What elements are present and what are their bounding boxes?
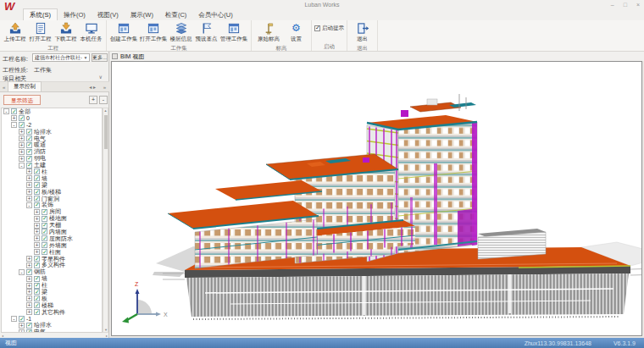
- tree-expander[interactable]: +: [19, 329, 25, 333]
- tree-item[interactable]: +0: [2, 115, 102, 122]
- tree-checkbox[interactable]: [34, 289, 40, 295]
- tree-checkbox[interactable]: [26, 163, 32, 168]
- tree-expander[interactable]: +: [26, 309, 32, 315]
- preset-basepoint-button[interactable]: 预设基点: [194, 22, 219, 43]
- tab-scroll-left-icon[interactable]: «: [1, 85, 7, 90]
- tree-expander[interactable]: +: [26, 296, 32, 301]
- tree-expander[interactable]: +: [34, 223, 40, 229]
- exit-button[interactable]: 退出: [350, 22, 375, 43]
- tree-expander[interactable]: +: [26, 196, 32, 202]
- tree-expander[interactable]: +: [19, 129, 25, 135]
- tree-checkbox[interactable]: [26, 156, 32, 162]
- project-name-select[interactable]: 建德市村社合作联社-施工模型 ▼: [32, 53, 90, 62]
- create-workset-button[interactable]: 创建工作集: [109, 22, 138, 43]
- tree-item[interactable]: +弱电: [2, 155, 102, 162]
- expand-all-button[interactable]: +: [89, 96, 97, 104]
- tree-item[interactable]: +给排水: [2, 323, 102, 329]
- tree-expander[interactable]: -: [26, 202, 32, 208]
- minimize-button[interactable]: –: [611, 2, 614, 8]
- tree-checkbox[interactable]: [34, 175, 40, 181]
- tree-expander[interactable]: +: [19, 142, 25, 148]
- tree-checkbox[interactable]: [19, 316, 25, 322]
- tree-checkbox[interactable]: [42, 249, 47, 255]
- tree-expander[interactable]: +: [26, 302, 32, 308]
- tree-item[interactable]: -全部: [2, 108, 102, 115]
- display-filter-button[interactable]: 显示筛选: [3, 95, 41, 105]
- tree-checkbox[interactable]: [42, 242, 47, 248]
- tree-checkbox[interactable]: [19, 122, 25, 128]
- tree-checkbox[interactable]: [34, 302, 40, 308]
- bim-3d-viewport[interactable]: Z X: [111, 61, 642, 336]
- tree-checkbox[interactable]: [26, 269, 32, 275]
- tree-expander[interactable]: +: [26, 189, 32, 195]
- tree-item[interactable]: +电气: [2, 135, 102, 142]
- open-workset-button[interactable]: 打开工作集: [139, 22, 168, 43]
- close-button[interactable]: ×: [636, 2, 640, 8]
- tree-expander[interactable]: +: [34, 229, 40, 235]
- tree-item[interactable]: -钢筋: [2, 268, 102, 275]
- tree-expander[interactable]: +: [19, 323, 25, 329]
- floor-info-button[interactable]: 楼层信息: [169, 22, 193, 43]
- tree-checkbox[interactable]: [26, 323, 32, 329]
- tree-item[interactable]: -土建: [2, 162, 102, 168]
- tree-expander[interactable]: -: [11, 316, 17, 322]
- tree-item[interactable]: +墙: [2, 275, 102, 282]
- tree-expander[interactable]: +: [19, 156, 25, 162]
- tab-scroll-right-icon[interactable]: »: [102, 85, 108, 90]
- tree-expander[interactable]: +: [26, 276, 32, 282]
- tree-expander[interactable]: +: [11, 115, 17, 121]
- tree-checkbox[interactable]: [26, 149, 32, 155]
- tree-checkbox[interactable]: [34, 168, 40, 174]
- tree-expander[interactable]: +: [26, 283, 32, 289]
- tree-checkbox[interactable]: [26, 129, 32, 135]
- tree-checkbox[interactable]: [34, 202, 40, 208]
- menu-tab-operate[interactable]: 操作(O): [58, 9, 92, 20]
- tree-expander[interactable]: -: [3, 108, 9, 114]
- tree-checkbox[interactable]: [42, 216, 47, 222]
- tree-checkbox[interactable]: [42, 235, 47, 241]
- original-elevation-button[interactable]: 原始标高: [254, 22, 283, 43]
- tree-expander[interactable]: +: [26, 262, 32, 268]
- tree-item[interactable]: +暖通: [2, 141, 102, 148]
- menu-tab-member-center[interactable]: 会员中心(U): [192, 9, 238, 20]
- collapse-all-button[interactable]: -: [99, 96, 108, 104]
- tree-checkbox[interactable]: [34, 262, 40, 268]
- scroll-down-icon[interactable]: ▼: [104, 328, 108, 332]
- tree-checkbox[interactable]: [34, 309, 40, 315]
- tree-expander[interactable]: +: [26, 256, 32, 262]
- tree-expander[interactable]: -: [19, 269, 25, 275]
- tree-checkbox[interactable]: [34, 182, 40, 188]
- tree-checkbox[interactable]: [42, 209, 47, 215]
- more-button[interactable]: 更多...: [92, 53, 108, 62]
- local-tasks-button[interactable]: 本机任务: [79, 22, 103, 43]
- tree-expander[interactable]: +: [26, 182, 32, 188]
- tree-checkbox[interactable]: [42, 223, 47, 229]
- tree-expander[interactable]: +: [19, 149, 25, 155]
- tree-checkbox[interactable]: [26, 142, 32, 148]
- download-project-button[interactable]: 下载工程: [53, 22, 78, 43]
- maximize-button[interactable]: □: [624, 2, 627, 8]
- tree-item[interactable]: +柱: [2, 168, 102, 175]
- tree-expander[interactable]: +: [34, 209, 40, 215]
- tree-checkbox[interactable]: [34, 283, 40, 289]
- manage-workset-button[interactable]: 管理工作集: [219, 22, 248, 43]
- startup-tips-checkbox[interactable]: 启动提示: [314, 20, 344, 32]
- menu-tab-view[interactable]: 视图(V): [92, 9, 125, 20]
- tree-item[interactable]: +梁: [2, 289, 102, 296]
- tree-checkbox[interactable]: [26, 135, 32, 141]
- tree-item[interactable]: +给排水: [2, 129, 102, 135]
- tree-item[interactable]: --1: [2, 316, 102, 323]
- scroll-thumb[interactable]: [104, 115, 108, 149]
- tab-prev-icon[interactable]: ◂ ▸: [87, 84, 97, 90]
- settings-button[interactable]: ⚙设置: [284, 22, 308, 43]
- tree-expander[interactable]: +: [34, 249, 40, 255]
- tree-item[interactable]: +多义构件: [2, 262, 102, 268]
- tree-expander[interactable]: -: [19, 163, 25, 168]
- tab-display-control[interactable]: 显示控制: [8, 81, 42, 91]
- tree-checkbox[interactable]: [34, 256, 40, 262]
- tree-vertical-scrollbar[interactable]: ▲▼: [103, 108, 108, 333]
- tree-expander[interactable]: -: [11, 122, 17, 128]
- tree-expander[interactable]: +: [26, 289, 32, 295]
- menu-tab-check[interactable]: 检查(C): [159, 9, 192, 20]
- tree-checkbox[interactable]: [26, 329, 32, 333]
